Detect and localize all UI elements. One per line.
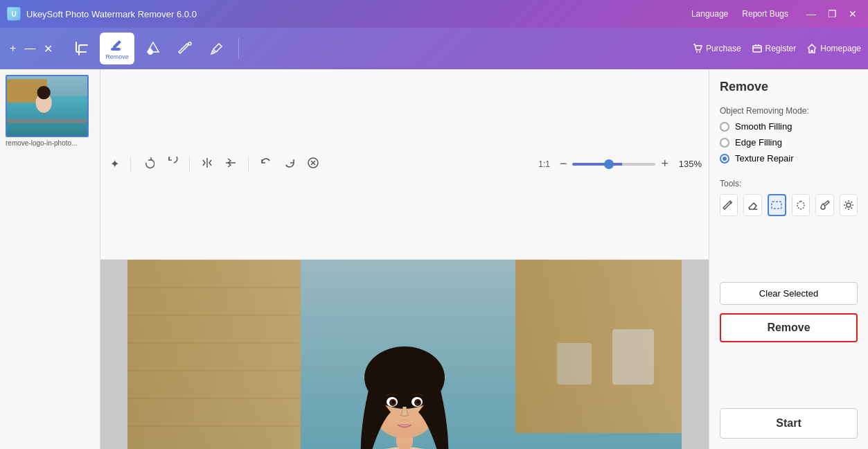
texture-label: Texture Repair (735, 153, 794, 164)
flip-v-icon[interactable] (222, 154, 240, 175)
svg-point-44 (847, 203, 851, 207)
magic-tool-btn[interactable] (840, 194, 858, 216)
ctrl-sep-2 (189, 157, 190, 172)
purchase-label: Purchase (706, 44, 741, 53)
svg-rect-6 (753, 46, 761, 52)
paint-tool-btn[interactable] (815, 194, 833, 216)
tools-section: Tools: (720, 179, 858, 216)
language-btn[interactable]: Language (691, 9, 728, 19)
title-bar-nav: Language Report Bugs (691, 9, 788, 19)
mode-edge[interactable]: Edge Filling (720, 137, 858, 148)
zoom-in-btn[interactable]: + (661, 157, 668, 171)
purchase-btn[interactable]: Purchase (692, 43, 741, 54)
ctrl-sep-1 (130, 157, 131, 172)
pencil-tool-btn[interactable] (720, 194, 738, 216)
control-bar: ✦ (100, 69, 709, 260)
cancel-icon[interactable] (304, 154, 322, 175)
tools-row (720, 194, 858, 216)
minimize-btn[interactable]: — (802, 7, 820, 21)
fill-tool-btn[interactable] (140, 37, 166, 60)
svg-rect-41 (612, 329, 654, 385)
ratio-btn[interactable]: 1:1 (534, 158, 554, 170)
svg-rect-16 (515, 260, 682, 433)
texture-radio[interactable] (720, 154, 729, 164)
svg-point-12 (37, 86, 51, 99)
zoom-controls: 1:1 − + 135% (534, 157, 702, 171)
panel-title: Remove (720, 80, 858, 94)
toolbar-separator (238, 38, 239, 59)
toolbar-right-actions: Purchase Register Homepage (692, 43, 861, 54)
crop-tool-btn[interactable] (68, 37, 94, 60)
clear-selected-btn[interactable]: Clear Selected (720, 282, 858, 305)
left-panel: remove-logo-in-photo... (0, 69, 100, 449)
rotate-ccw-icon[interactable] (163, 154, 181, 175)
close-btn[interactable]: ✕ (844, 7, 861, 21)
zoom-value: 135% (674, 159, 702, 169)
zoom-out-btn[interactable]: − (560, 157, 567, 171)
edge-radio[interactable] (720, 138, 729, 148)
main-area: remove-logo-in-photo... ✦ (0, 69, 868, 449)
maximize-btn[interactable]: ❐ (824, 7, 841, 21)
ctrl-sep-3 (248, 157, 249, 172)
brush-tool-btn[interactable] (172, 37, 198, 60)
register-btn[interactable]: Register (752, 43, 797, 54)
mode-smooth[interactable]: Smooth Filling (720, 121, 858, 132)
svg-point-4 (696, 51, 698, 53)
spacer (720, 224, 858, 274)
redo-icon[interactable] (281, 154, 299, 175)
edge-label: Edge Filling (735, 137, 782, 148)
eraser-tool-btn[interactable] (743, 194, 761, 216)
spacer-2 (720, 351, 858, 400)
svg-rect-43 (772, 202, 781, 209)
rotate-cw-icon[interactable] (139, 154, 157, 175)
remove-tool-label: Remove (105, 53, 129, 60)
rect-tool-btn[interactable] (768, 194, 786, 216)
canvas-area[interactable] (100, 260, 709, 450)
svg-point-37 (417, 400, 420, 403)
flip-h-icon[interactable] (198, 154, 216, 175)
right-panel: Remove Object Removing Mode: Smooth Fill… (709, 69, 868, 449)
thumbnail-item[interactable]: remove-logo-in-photo... (6, 75, 94, 147)
window-controls: — ❐ ✕ (802, 7, 861, 21)
title-bar: U UkeySoft Photo Watermark Remover 6.0.0… (0, 0, 868, 28)
mode-section: Object Removing Mode: Smooth Filling Edg… (720, 106, 858, 170)
add-btn[interactable]: + (7, 41, 19, 57)
svg-point-5 (699, 51, 700, 53)
undo-icon[interactable] (257, 154, 275, 175)
report-bugs-btn[interactable]: Report Bugs (742, 9, 788, 19)
remove-btn[interactable]: Remove (720, 313, 858, 342)
app-logo: U (7, 7, 21, 21)
smooth-radio[interactable] (720, 122, 729, 132)
tools-label: Tools: (720, 179, 858, 188)
svg-rect-2 (111, 48, 121, 51)
lasso-tool-btn[interactable] (792, 194, 810, 216)
toolbar-win-btns: + — ✕ (7, 41, 55, 57)
remove-tool-btn[interactable]: Remove (100, 33, 134, 64)
mode-texture[interactable]: Texture Repair (720, 153, 858, 164)
toolbar: + — ✕ Remove (0, 28, 868, 69)
close-win-btn[interactable]: ✕ (41, 41, 55, 57)
move-icon[interactable]: ✦ (107, 155, 122, 173)
eyedropper-tool-btn[interactable] (204, 37, 230, 60)
svg-point-3 (188, 42, 191, 45)
svg-rect-10 (7, 119, 87, 123)
svg-rect-42 (557, 343, 592, 385)
thumbnail-label: remove-logo-in-photo... (6, 139, 94, 147)
svg-point-36 (392, 400, 395, 403)
register-label: Register (765, 44, 797, 53)
start-btn[interactable]: Start (720, 408, 858, 439)
canvas-wrapper: ✦ (100, 69, 709, 449)
app-title: UkeySoft Photo Watermark Remover 6.0.0 (26, 9, 691, 19)
thumbnail-image (6, 75, 89, 137)
zoom-slider[interactable] (572, 163, 655, 166)
homepage-btn[interactable]: Homepage (806, 43, 861, 54)
minus-btn[interactable]: — (21, 41, 38, 57)
mode-label: Object Removing Mode: (720, 106, 858, 116)
homepage-label: Homepage (820, 44, 861, 53)
smooth-label: Smooth Filling (735, 121, 792, 132)
radio-group: Smooth Filling Edge Filling Texture Repa… (720, 121, 858, 164)
svg-rect-15 (127, 260, 301, 450)
main-image (127, 260, 682, 450)
svg-text:U: U (11, 10, 16, 18)
